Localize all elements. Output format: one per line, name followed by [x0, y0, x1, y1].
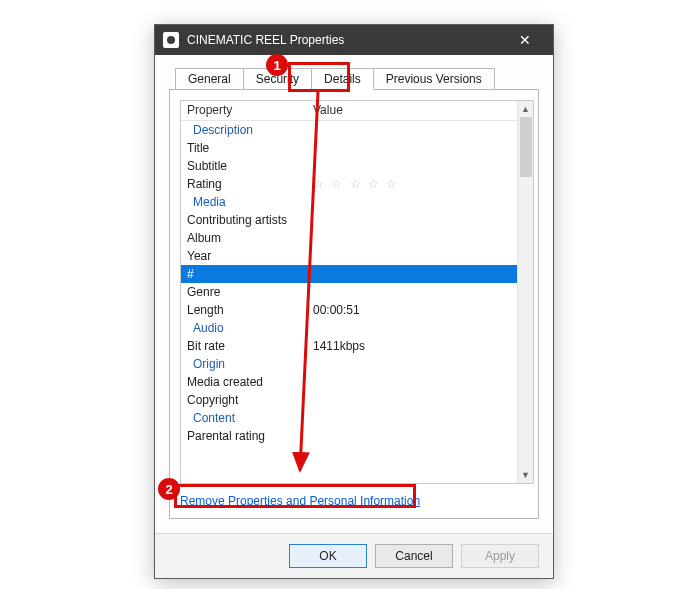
- section-media: Media: [181, 193, 533, 211]
- row-media-created[interactable]: Media created: [181, 373, 533, 391]
- app-icon: [163, 32, 179, 48]
- row-album[interactable]: Album: [181, 229, 533, 247]
- scroll-up-icon[interactable]: ▲: [518, 101, 533, 117]
- property-grid[interactable]: Property Value Description Title Subtitl…: [180, 100, 534, 484]
- row-bitrate[interactable]: Bit rate1411kbps: [181, 337, 533, 355]
- properties-dialog: CINEMATIC REEL Properties ✕ General Secu…: [154, 24, 554, 579]
- row-title[interactable]: Title: [181, 139, 533, 157]
- grid-header: Property Value: [181, 101, 533, 121]
- ok-button[interactable]: OK: [289, 544, 367, 568]
- section-content: Content: [181, 409, 533, 427]
- row-subtitle[interactable]: Subtitle: [181, 157, 533, 175]
- grid-rows: Description Title Subtitle Rating☆ ☆ ☆ ☆…: [181, 121, 533, 445]
- tab-strip: General Security Details Previous Versio…: [175, 65, 539, 89]
- row-genre[interactable]: Genre: [181, 283, 533, 301]
- scrollbar[interactable]: ▲ ▼: [517, 101, 533, 483]
- tab-details[interactable]: Details: [311, 68, 374, 90]
- row-contributing-artists[interactable]: Contributing artists: [181, 211, 533, 229]
- tab-general[interactable]: General: [175, 68, 244, 89]
- header-property[interactable]: Property: [181, 101, 307, 120]
- row-track-number[interactable]: #: [181, 265, 533, 283]
- apply-button[interactable]: Apply: [461, 544, 539, 568]
- row-length[interactable]: Length00:00:51: [181, 301, 533, 319]
- titlebar[interactable]: CINEMATIC REEL Properties ✕: [155, 25, 553, 55]
- tab-security[interactable]: Security: [243, 68, 312, 89]
- remove-properties-link[interactable]: Remove Properties and Personal Informati…: [180, 494, 420, 508]
- section-audio: Audio: [181, 319, 533, 337]
- close-icon[interactable]: ✕: [505, 25, 545, 55]
- cancel-button[interactable]: Cancel: [375, 544, 453, 568]
- dialog-body: General Security Details Previous Versio…: [155, 55, 553, 533]
- row-year[interactable]: Year: [181, 247, 533, 265]
- section-description: Description: [181, 121, 533, 139]
- scroll-thumb[interactable]: [520, 117, 532, 177]
- row-rating[interactable]: Rating☆ ☆ ☆ ☆ ☆: [181, 175, 533, 193]
- row-copyright[interactable]: Copyright: [181, 391, 533, 409]
- window-title: CINEMATIC REEL Properties: [187, 33, 505, 47]
- star-icon[interactable]: ☆ ☆ ☆ ☆ ☆: [307, 175, 533, 193]
- row-parental-rating[interactable]: Parental rating: [181, 427, 533, 445]
- tab-previous-versions[interactable]: Previous Versions: [373, 68, 495, 89]
- scroll-down-icon[interactable]: ▼: [518, 467, 533, 483]
- header-value[interactable]: Value: [307, 101, 533, 120]
- tab-panel-details: Property Value Description Title Subtitl…: [169, 89, 539, 519]
- section-origin: Origin: [181, 355, 533, 373]
- button-bar: OK Cancel Apply: [155, 533, 553, 578]
